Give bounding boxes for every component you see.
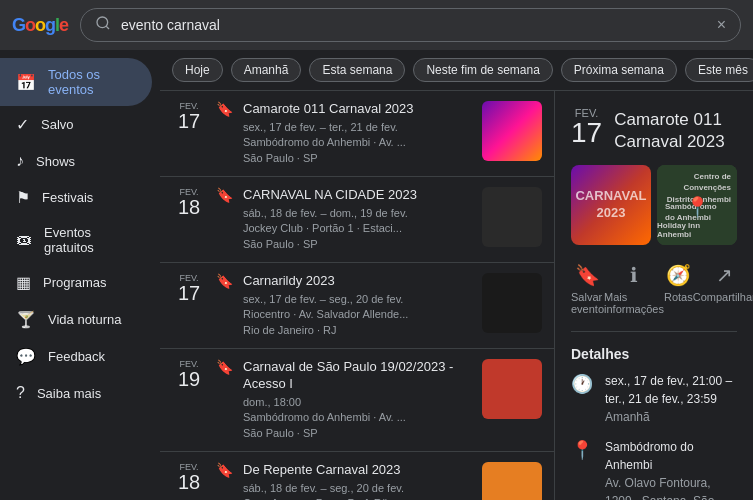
sidebar-icon-todos: 📅: [16, 73, 36, 92]
action-buttons: 🔖 Salvar evento ℹ Mais informações 🧭 Rot…: [571, 259, 737, 332]
sidebar-item-saiba[interactable]: ? Saiba mais: [0, 375, 152, 411]
action-label-info: Mais informações: [604, 291, 664, 315]
event-info: Carnaval de São Paulo 19/02/2023 - Acess…: [243, 359, 472, 441]
sidebar-icon-gratuitos: 🎟: [16, 231, 32, 249]
sidebar-label-shows: Shows: [36, 154, 75, 169]
action-share[interactable]: ↗ Compartilhar: [693, 259, 753, 319]
sidebar-item-vida[interactable]: 🍸 Vida noturna: [0, 301, 152, 338]
bookmark-icon[interactable]: 🔖: [216, 187, 233, 203]
sidebar-item-todos[interactable]: 📅 Todos os eventos: [0, 58, 152, 106]
event-day: 17: [178, 283, 200, 303]
sidebar-item-feedback[interactable]: 💬 Feedback: [0, 338, 152, 375]
detail-title: Camarote 011 Carnaval 2023: [614, 109, 737, 153]
detail-venue-text: Sambódromo do Anhembi Av. Olavo Fontoura…: [605, 438, 737, 500]
clear-icon[interactable]: ×: [717, 16, 726, 34]
sidebar-label-vida: Vida noturna: [48, 312, 122, 327]
action-label-share: Compartilhar: [693, 291, 753, 303]
event-day: 18: [178, 472, 200, 492]
sidebar-item-salvo[interactable]: ✓ Salvo: [0, 106, 152, 143]
sidebar-label-salvo: Salvo: [41, 117, 74, 132]
event-list-item[interactable]: FEV. 18 🔖 CARNAVAL NA CIDADE 2023 sáb., …: [160, 177, 554, 263]
event-date: FEV. 19: [172, 359, 206, 389]
sidebar-icon-vida: 🍸: [16, 310, 36, 329]
sidebar-label-festivais: Festivais: [42, 190, 93, 205]
event-subtitle: sex., 17 de fev. – seg., 20 de fev.Rioce…: [243, 292, 472, 338]
event-date: FEV. 18: [172, 462, 206, 492]
sidebar-item-programas[interactable]: ▦ Programas: [0, 264, 152, 301]
event-list-item[interactable]: FEV. 18 🔖 De Repente Carnaval 2023 sáb.,…: [160, 452, 554, 500]
bookmark-icon[interactable]: 🔖: [216, 462, 233, 478]
event-title: De Repente Carnaval 2023: [243, 462, 472, 479]
event-title: Camarote 011 Carnaval 2023: [243, 101, 472, 118]
event-day: 17: [178, 111, 200, 131]
action-icon-info: ℹ: [630, 263, 638, 287]
filter-chip[interactable]: Amanhã: [231, 58, 302, 82]
search-bar[interactable]: ×: [80, 8, 741, 42]
results-list: FEV. 17 🔖 Camarote 011 Carnaval 2023 sex…: [160, 91, 555, 500]
filter-chip[interactable]: Próxima semana: [561, 58, 677, 82]
sidebar-icon-feedback: 💬: [16, 347, 36, 366]
sidebar-icon-shows: ♪: [16, 152, 24, 170]
svg-point-0: [97, 17, 108, 28]
action-info[interactable]: ℹ Mais informações: [604, 259, 664, 319]
event-day: 19: [178, 369, 200, 389]
event-thumbnail: [482, 273, 542, 333]
sidebar-item-festivais[interactable]: ⚑ Festivais: [0, 179, 152, 216]
event-thumbnail: [482, 101, 542, 161]
sidebar-icon-saiba: ?: [16, 384, 25, 402]
sidebar-label-todos: Todos os eventos: [48, 67, 136, 97]
sidebar-icon-salvo: ✓: [16, 115, 29, 134]
detail-panel: FEV. 17 Camarote 011 Carnaval 2023 CARNA…: [555, 91, 753, 500]
action-icon-share: ↗: [716, 263, 733, 287]
bookmark-icon[interactable]: 🔖: [216, 359, 233, 375]
event-list-item[interactable]: FEV. 17 🔖 Carnarildy 2023 sex., 17 de fe…: [160, 263, 554, 349]
action-routes[interactable]: 🧭 Rotas: [664, 259, 693, 319]
sidebar-label-programas: Programas: [43, 275, 107, 290]
event-date: FEV. 18: [172, 187, 206, 217]
search-icon: [95, 15, 111, 35]
event-thumbnail: [482, 359, 542, 419]
filter-chip[interactable]: Este mês: [685, 58, 753, 82]
detail-day: 17: [571, 119, 602, 147]
sidebar-label-gratuitos: Eventos gratuitos: [44, 225, 136, 255]
filter-chip[interactable]: Neste fim de semana: [413, 58, 552, 82]
bookmark-icon[interactable]: 🔖: [216, 101, 233, 117]
filter-chip[interactable]: Hoje: [172, 58, 223, 82]
detail-images: CARNAVAL2023 Centro de ConvençõesDistrit…: [571, 165, 737, 245]
svg-line-1: [106, 26, 109, 29]
event-info: CARNAVAL NA CIDADE 2023 sáb., 18 de fev.…: [243, 187, 472, 252]
search-input[interactable]: [121, 17, 707, 33]
detail-venue-row: 📍 Sambódromo do Anhembi Av. Olavo Fontou…: [571, 438, 737, 500]
event-day: 18: [178, 197, 200, 217]
header: Google ×: [0, 0, 753, 50]
detail-datetime-text: sex., 17 de fev., 21:00 – ter., 21 de fe…: [605, 372, 737, 426]
event-subtitle: sex., 17 de fev. – ter., 21 de fev.Sambó…: [243, 120, 472, 166]
event-title: Carnarildy 2023: [243, 273, 472, 290]
event-list-item[interactable]: FEV. 17 🔖 Camarote 011 Carnaval 2023 sex…: [160, 91, 554, 177]
event-list-item[interactable]: FEV. 19 🔖 Carnaval de São Paulo 19/02/20…: [160, 349, 554, 452]
sidebar-icon-programas: ▦: [16, 273, 31, 292]
action-save[interactable]: 🔖 Salvar evento: [571, 259, 604, 319]
content-area: HojeAmanhãEsta semanaNeste fim de semana…: [160, 50, 753, 500]
event-subtitle: dom., 18:00Sambódromo do Anhembi · Av. .…: [243, 395, 472, 441]
sidebar-icon-festivais: ⚑: [16, 188, 30, 207]
event-thumbnail: [482, 462, 542, 500]
sidebar-item-gratuitos[interactable]: 🎟 Eventos gratuitos: [0, 216, 152, 264]
event-thumbnail: [482, 187, 542, 247]
details-section-title: Detalhes: [571, 346, 737, 362]
sidebar: 📅 Todos os eventos ✓ Salvo ♪ Shows ⚑ Fes…: [0, 50, 160, 500]
sidebar-label-saiba: Saiba mais: [37, 386, 101, 401]
google-logo: Google: [12, 15, 68, 36]
clock-icon: 🕐: [571, 373, 593, 395]
event-title: CARNAVAL NA CIDADE 2023: [243, 187, 472, 204]
detail-date: FEV. 17: [571, 107, 602, 147]
detail-header: FEV. 17 Camarote 011 Carnaval 2023: [571, 107, 737, 153]
event-info: Carnarildy 2023 sex., 17 de fev. – seg.,…: [243, 273, 472, 338]
action-label-save: Salvar evento: [571, 291, 604, 315]
bookmark-icon[interactable]: 🔖: [216, 273, 233, 289]
location-icon: 📍: [571, 439, 593, 461]
action-icon-routes: 🧭: [666, 263, 691, 287]
filter-chip[interactable]: Esta semana: [309, 58, 405, 82]
detail-image-carnaval: CARNAVAL2023: [571, 165, 651, 245]
sidebar-item-shows[interactable]: ♪ Shows: [0, 143, 152, 179]
